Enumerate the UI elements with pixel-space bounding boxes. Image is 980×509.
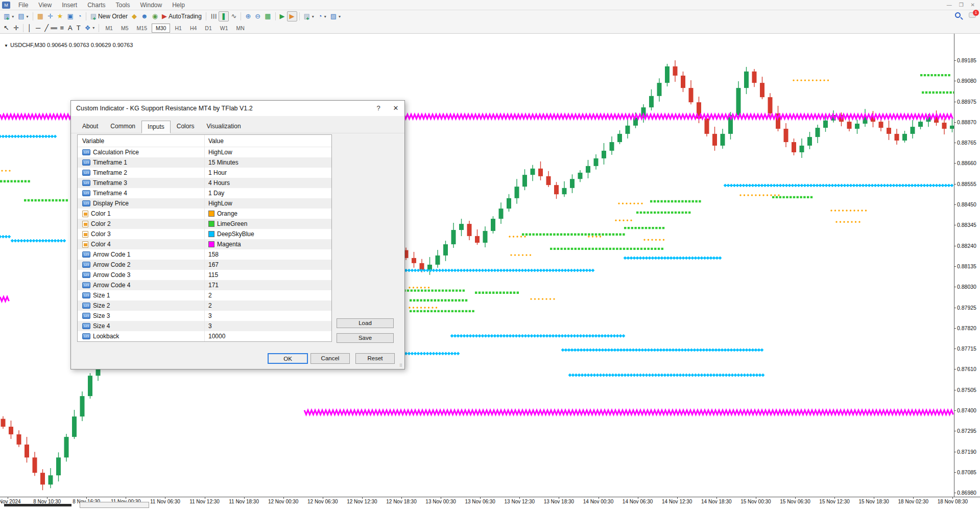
dropdown-caret-icon[interactable]: ▾ [12,14,14,19]
param-row[interactable]: 123Display PriceHighLow [78,198,331,209]
param-row[interactable]: 123Size 12 [78,290,331,300]
new-chart-icon[interactable]: ▥+▾ [2,12,16,21]
dialog-help-button[interactable]: ? [370,101,387,116]
shapes-icon[interactable]: ❖▾ [83,24,97,33]
param-row[interactable]: 123Calculation PriceHighLow [78,147,331,157]
param-value-cell[interactable]: Orange [205,209,331,219]
zoom-in-icon[interactable]: ⊕ [243,12,253,21]
dropdown-caret-icon[interactable]: ▾ [92,26,94,30]
timeframe-mn[interactable]: MN [233,24,248,32]
new-order-icon[interactable]: ▤+New Order [88,12,130,21]
tab-visualization[interactable]: Visualization [200,120,247,133]
cancel-button[interactable]: Cancel [310,353,350,364]
fibonacci-icon[interactable]: ≡ [58,24,66,33]
tab-about[interactable]: About [76,120,104,133]
param-row[interactable]: 123Size 43 [78,321,331,331]
minimize-button[interactable]: — [947,2,952,8]
zoom-out-icon[interactable]: ⊖ [253,12,262,21]
ok-button[interactable]: OK [268,353,308,364]
crosshair-icon[interactable]: ✛ [11,24,21,33]
timeframe-w1[interactable]: W1 [217,24,232,32]
menu-charts[interactable]: Charts [82,1,110,10]
param-value-cell[interactable]: 167 [205,260,331,270]
param-value-cell[interactable]: 3 [205,311,331,321]
load-button[interactable]: Load [337,318,394,328]
tab-inputs[interactable]: Inputs [141,121,171,133]
param-value-cell[interactable]: 1 Day [205,188,331,198]
timeframe-h4[interactable]: H4 [186,24,200,32]
param-row[interactable]: 123Arrow Code 3115 [78,270,331,280]
dialog-title-bar[interactable]: Custom Indicator - KG Support Resistance… [71,101,404,116]
timeframe-m30[interactable]: M30 [152,24,170,33]
auto-scroll-icon[interactable]: ▶ [278,12,287,21]
restore-button[interactable]: ❐ [959,2,964,8]
horizontal-scrollbar[interactable] [4,504,71,506]
terminal-icon[interactable]: ▣ [65,12,75,21]
param-value-cell[interactable]: 4 Hours [205,178,331,188]
param-row[interactable]: Color 2LimeGreen [78,219,331,229]
data-window-icon[interactable]: ✛ [45,12,55,21]
param-value-cell[interactable]: 158 [205,249,331,260]
param-row[interactable]: Color 3DeepSkyBlue [78,229,331,239]
channel-icon[interactable]: ∥ [51,24,58,33]
param-row[interactable]: 123Timeframe 115 Minutes [78,157,331,168]
community-icon[interactable]: ◉ [150,12,160,21]
menu-file[interactable]: File [13,1,33,10]
menu-help[interactable]: Help [167,1,190,10]
bar-chart-icon[interactable]: ☰ [208,12,219,21]
param-value-cell[interactable]: 2 [205,300,331,311]
param-value-cell[interactable]: 10000 [205,331,331,341]
dropdown-caret-icon[interactable]: ▾ [339,14,341,19]
param-value-cell[interactable]: HighLow [205,198,331,209]
one-click-trading-arrow-icon[interactable]: ▼ [4,43,8,48]
param-value-cell[interactable]: LimeGreen [205,219,331,229]
param-value-cell[interactable]: 171 [205,280,331,290]
metaeditor-icon[interactable]: ◆ [130,12,139,21]
param-row[interactable]: Color 1Orange [78,209,331,219]
menu-tools[interactable]: Tools [111,1,135,10]
autotrading-icon[interactable]: ▶AutoTrading [160,12,204,21]
timeframe-m5[interactable]: M5 [117,24,132,32]
param-row[interactable]: 123Timeframe 34 Hours [78,178,331,188]
cursor-icon[interactable]: ↖ [2,24,11,33]
param-row[interactable]: 123Arrow Code 1158 [78,249,331,260]
param-value-cell[interactable]: 2 [205,290,331,300]
timeframe-d1[interactable]: D1 [201,24,215,32]
param-row[interactable]: 123Timeframe 41 Day [78,188,331,198]
param-value-cell[interactable]: 115 [205,270,331,280]
chat-icon[interactable]: 1 [969,12,976,18]
text-icon[interactable]: A [66,24,75,33]
market-watch-icon[interactable]: ▦ [35,12,45,21]
param-row[interactable]: 123Arrow Code 2167 [78,260,331,270]
chart-shift-icon[interactable]: ▶ [287,11,297,21]
param-value-cell[interactable]: HighLow [205,147,331,157]
indicators-icon[interactable]: ▤+▾ [302,12,316,21]
timeframe-m15[interactable]: M15 [133,24,151,32]
tab-common[interactable]: Common [104,120,141,133]
param-row[interactable]: 123Arrow Code 4171 [78,280,331,290]
timeframe-m1[interactable]: M1 [102,24,116,32]
param-value-cell[interactable]: 15 Minutes [205,157,331,168]
line-chart-icon[interactable]: ∿ [229,12,238,21]
param-row[interactable]: 123Lookback10000 [78,331,331,341]
close-button[interactable]: ✕ [971,2,975,8]
search-icon[interactable] [955,12,961,18]
horizontal-line-icon[interactable]: ─ [34,24,42,33]
save-button[interactable]: Save [337,333,394,343]
dropdown-caret-icon[interactable]: ▾ [27,14,29,19]
param-value-cell[interactable]: 3 [205,321,331,331]
dropdown-caret-icon[interactable]: ▾ [312,14,314,19]
tile-windows-icon[interactable]: ▦ [262,12,273,21]
candlestick-chart-icon[interactable]: ❚ [219,11,229,21]
navigator-icon[interactable]: ★ [55,12,65,21]
param-value-cell[interactable]: DeepSkyBlue [205,229,331,239]
periods-icon[interactable]: ◔▾ [316,12,328,21]
param-row[interactable]: Color 4Magenta [78,239,331,249]
trendline-icon[interactable]: ╱ [42,24,51,33]
scrollbar-track-box[interactable] [80,502,149,508]
timeframe-h1[interactable]: H1 [171,24,185,32]
menu-view[interactable]: View [33,1,57,10]
param-row[interactable]: 123Size 33 [78,311,331,321]
dropdown-caret-icon[interactable]: ▾ [324,14,326,19]
inputs-table[interactable]: Variable Value 123Calculation PriceHighL… [77,134,332,342]
